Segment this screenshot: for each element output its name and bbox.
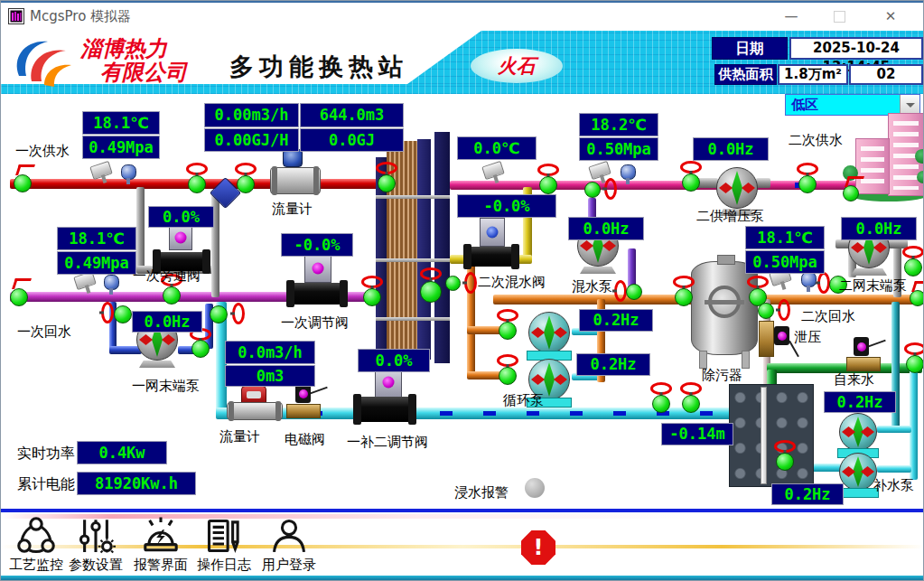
display-flow-total: 644.0m3 — [300, 103, 404, 127]
pressure-sensor — [801, 272, 817, 287]
label-reg-valve1: 一次调节阀 — [281, 315, 349, 331]
water-tank — [729, 384, 814, 487]
bottom-strip — [1, 576, 924, 581]
maximize-button[interactable] — [818, 3, 860, 30]
manway — [708, 286, 741, 318]
display-tank-level: -0.14m — [661, 423, 733, 445]
label-bypass-valve: 一次旁通阀 — [133, 268, 201, 284]
station-title: 多功能换热站 — [229, 51, 408, 83]
display-ret2-pres: 0.50Mpa — [745, 250, 825, 274]
display-reg2-open: 0.0% — [358, 349, 430, 372]
nav-process-monitor[interactable]: 工艺监控 — [6, 516, 66, 574]
handwheel-ring — [680, 382, 702, 395]
area-label: 供热面积 — [714, 64, 777, 85]
handwheel-ring — [537, 164, 559, 176]
fill-pump-1[interactable] — [839, 413, 877, 451]
pipe-circ-stub2 — [467, 371, 503, 380]
display-ret1-pres: 0.49Mpa — [57, 251, 136, 275]
valve — [14, 174, 32, 192]
tree — [915, 149, 924, 164]
nav-parameter-settings[interactable]: 参数设置 — [66, 516, 126, 574]
title-bar: McgsPro 模拟器 — ✕ — [1, 3, 924, 32]
label-flowmeter-1: 流量计 — [272, 201, 313, 217]
display-reg1-open: -0.0% — [281, 233, 353, 257]
display-energy: 81920Kw.h — [77, 472, 196, 495]
label-mix-pump: 混水泵 — [572, 279, 612, 295]
app-icon — [8, 8, 24, 24]
label-flowmeter-2: 流量计 — [219, 429, 260, 445]
handwheel-ring — [747, 276, 769, 288]
handwheel-ring — [497, 354, 518, 367]
display-fill-total: 0m3 — [225, 365, 315, 387]
nav-label: 工艺监控 — [6, 557, 66, 574]
label-reg-valve2: 一补二调节阀 — [347, 435, 428, 450]
valve — [758, 303, 774, 319]
nav-label: 用户登录 — [259, 557, 319, 574]
display-heat-total: 0.0GJ — [300, 128, 404, 152]
pressure-sensor — [121, 164, 136, 180]
area-value: 1.8万m² — [778, 64, 848, 85]
handwheel-ring — [902, 246, 924, 258]
process-monitor-icon — [16, 516, 56, 556]
display-fill1-hz: 0.2Hz — [824, 391, 896, 413]
pipe-fillpump-out1 — [877, 426, 911, 433]
dirt-separator — [691, 261, 758, 355]
flow-meter-1 — [270, 167, 321, 194]
alarm-screen-icon — [141, 516, 181, 556]
valve — [191, 340, 210, 358]
handwheel-ring — [497, 309, 518, 322]
label-net1-pump: 一网末端泵 — [132, 379, 200, 394]
nav-user-login[interactable]: 用户登录 — [259, 516, 319, 574]
chevron-down-icon[interactable] — [900, 95, 919, 115]
minimize-button[interactable]: — — [770, 3, 812, 30]
valve — [682, 395, 700, 413]
pressure-sensor — [621, 164, 636, 180]
station-number: 02 — [849, 64, 923, 85]
handwheel-ring — [604, 178, 617, 200]
display-flow-rate: 0.00m3/h — [204, 103, 299, 127]
label-energy: 累计电能 — [17, 476, 75, 492]
fill-pump-2[interactable] — [839, 453, 877, 491]
valve — [499, 322, 517, 340]
handwheel-ring — [614, 280, 627, 302]
display-sec-supply-pres: 0.50Mpa — [579, 137, 658, 161]
boost-pump[interactable] — [716, 167, 758, 209]
valve — [445, 276, 461, 291]
user-login-icon — [269, 516, 309, 556]
display-hx-out-temp: 0.0℃ — [457, 136, 537, 160]
label-secondary-supply: 二次供水 — [789, 133, 843, 148]
circulation-pump-1[interactable] — [528, 312, 570, 353]
handwheel-ring — [673, 276, 695, 288]
zone-selected-value: 低区 — [791, 97, 818, 114]
handwheel-ring — [650, 382, 672, 395]
close-button[interactable]: ✕ — [870, 3, 911, 30]
mcgs-window: McgsPro 模拟器 — ✕ 淄博热力 有限公司 多功能换热站 火石 日期 2… — [0, 0, 924, 581]
handwheel-ring — [778, 299, 790, 321]
label-primary-return: 一次回水 — [17, 324, 71, 340]
valve — [210, 305, 228, 323]
alarm-stop-icon[interactable]: ! — [521, 530, 555, 565]
valve — [843, 185, 859, 201]
temperature-sensor — [89, 161, 113, 180]
flow-meter-transmitter — [283, 149, 303, 167]
header-banner: 淄博热力 有限公司 多功能换热站 火石 日期 2025-10-24 13:14:… — [1, 31, 924, 94]
handwheel-ring — [101, 302, 114, 323]
handwheel-ring — [904, 342, 924, 355]
display-bypass-open: 0.0% — [148, 206, 214, 228]
handwheel-ring — [464, 272, 477, 294]
label-fill-pump: 补水泵 — [873, 478, 914, 493]
label-dirt-separator: 除污器 — [702, 368, 742, 383]
valve — [652, 395, 670, 413]
display-ret1-temp: 18.1℃ — [57, 227, 136, 250]
nav-alarm-screen[interactable]: 报警界面 — [131, 516, 191, 574]
valve — [378, 174, 396, 192]
valve — [584, 182, 601, 198]
nav-bar: 工艺监控 参数设置 报警界面 — [1, 512, 924, 576]
label-relief: 泄压 — [794, 330, 821, 345]
company-logo — [12, 34, 79, 89]
nav-operation-log[interactable]: 操作日志 — [194, 516, 254, 574]
handwheel-ring — [232, 303, 245, 324]
display-boost-hz: 0.0Hz — [693, 137, 769, 161]
pipe-circ-stub1 — [467, 326, 503, 334]
valve — [114, 305, 132, 323]
